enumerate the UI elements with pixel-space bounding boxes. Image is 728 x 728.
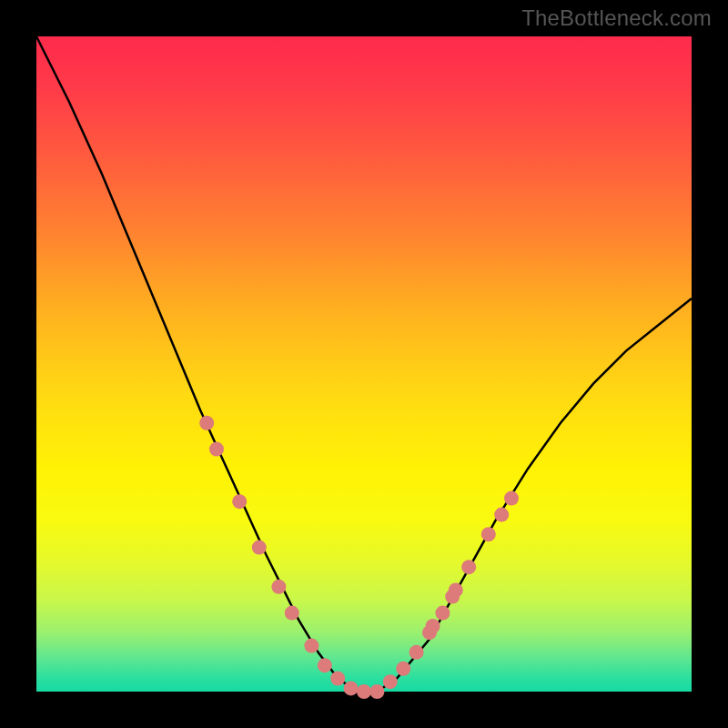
curve-marker (426, 619, 440, 633)
curve-marker (285, 606, 299, 621)
bottleneck-curve (36, 36, 692, 692)
curve-marker (304, 639, 318, 653)
curve-marker (383, 674, 398, 689)
curve-marker (369, 684, 384, 699)
chart-svg (36, 36, 692, 692)
curve-marker (318, 658, 332, 672)
curve-markers (199, 416, 519, 699)
curve-marker (449, 582, 463, 597)
curve-marker (252, 541, 267, 555)
curve-marker (357, 684, 371, 699)
curve-marker (199, 416, 214, 430)
curve-marker (330, 672, 345, 686)
curve-marker (435, 606, 450, 621)
curve-marker (481, 527, 496, 541)
chart-plot-area (36, 36, 692, 692)
curve-marker (461, 560, 476, 574)
curve-marker (504, 491, 519, 506)
curve-marker (494, 508, 509, 522)
curve-marker (271, 580, 286, 594)
curve-marker (396, 662, 410, 676)
curve-marker (232, 494, 247, 509)
curve-marker (209, 442, 224, 457)
curve-marker (344, 681, 359, 695)
watermark-text: TheBottleneck.com (521, 5, 712, 31)
curve-marker (410, 645, 424, 660)
